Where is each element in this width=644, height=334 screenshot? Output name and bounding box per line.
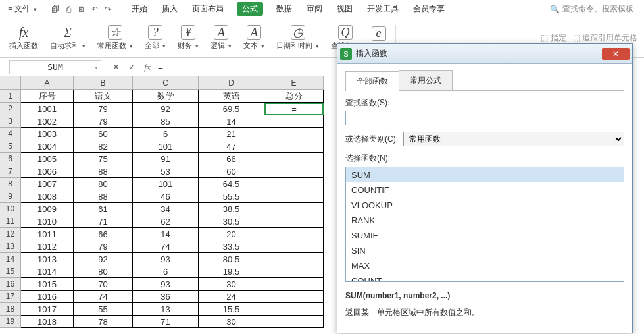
col-header[interactable]: E — [264, 76, 324, 90]
cell[interactable]: 1018 — [21, 316, 74, 328]
tab-all-functions[interactable]: 全部函数 — [345, 71, 399, 91]
ribbon-财务[interactable]: ¥财务 ▾ — [175, 25, 201, 51]
row-header[interactable]: 17 — [0, 291, 21, 303]
cell[interactable]: 1012 — [21, 240, 74, 253]
cell[interactable]: 92 — [74, 253, 133, 265]
row-header[interactable]: 5 — [0, 140, 21, 153]
cell[interactable]: 80.5 — [199, 253, 264, 265]
cell[interactable]: 93 — [133, 278, 199, 291]
cell[interactable]: 19.5 — [199, 265, 264, 278]
function-item-RANK[interactable]: RANK — [346, 213, 624, 228]
tab-视图[interactable]: 视图 — [335, 2, 354, 16]
cell[interactable]: 1010 — [21, 215, 74, 228]
cell[interactable] — [264, 253, 324, 265]
cell[interactable]: 1002 — [21, 115, 74, 128]
cell[interactable]: 21 — [199, 128, 264, 140]
cell[interactable]: 75 — [74, 153, 133, 165]
cell[interactable]: 46 — [133, 190, 199, 203]
ribbon-日期和时间[interactable]: ◷日期和时间 ▾ — [274, 25, 322, 51]
cell[interactable]: 13 — [133, 303, 199, 316]
cell[interactable]: 1003 — [21, 128, 74, 140]
row-header[interactable]: 9 — [0, 190, 21, 203]
cell[interactable] — [264, 203, 324, 215]
function-item-SUMIF[interactable]: SUMIF — [346, 228, 624, 243]
cell[interactable]: 1006 — [21, 165, 74, 178]
cell[interactable]: 66 — [74, 228, 133, 240]
row-header[interactable]: 13 — [0, 240, 21, 253]
cell[interactable]: 101 — [133, 178, 199, 190]
tab-审阅[interactable]: 审阅 — [305, 2, 324, 16]
cell[interactable]: 80 — [74, 265, 133, 278]
cell[interactable]: 74 — [74, 291, 133, 303]
function-item-VLOOKUP[interactable]: VLOOKUP — [346, 198, 624, 213]
function-item-COUNTIF[interactable]: COUNTIF — [346, 182, 624, 198]
cell[interactable]: 66 — [199, 153, 264, 165]
ribbon-逻辑[interactable]: A逻辑 ▾ — [208, 25, 234, 51]
tab-开发工具[interactable]: 开发工具 — [366, 2, 400, 16]
tab-common-formulas[interactable]: 常用公式 — [399, 70, 453, 90]
cell[interactable]: 语文 — [74, 90, 133, 103]
cell[interactable]: 69.5 — [199, 103, 264, 115]
cell[interactable]: 53 — [133, 165, 199, 178]
cell[interactable]: 1009 — [21, 203, 74, 215]
command-search[interactable]: 🔍 查找命令、搜索模板 — [550, 3, 633, 14]
cell[interactable]: 71 — [133, 316, 199, 328]
search-function-input[interactable] — [345, 111, 624, 125]
ribbon-文本[interactable]: A文本 ▾ — [241, 25, 267, 51]
cell[interactable]: 14 — [133, 228, 199, 240]
cell[interactable]: 62 — [133, 215, 199, 228]
tab-公式[interactable]: 公式 — [237, 2, 263, 16]
cell[interactable]: 74 — [133, 240, 199, 253]
cancel-icon[interactable]: ✕ — [111, 62, 121, 72]
row-header[interactable]: 6 — [0, 153, 21, 165]
preview-icon[interactable]: 🗎 — [76, 3, 87, 15]
row-header[interactable]: 7 — [0, 165, 21, 178]
cell[interactable] — [264, 291, 324, 303]
cell[interactable] — [264, 303, 324, 316]
cell[interactable]: 38.5 — [199, 203, 264, 215]
cell[interactable]: 93 — [133, 253, 199, 265]
cell[interactable]: 1008 — [21, 190, 74, 203]
col-header[interactable]: B — [74, 76, 133, 90]
cell[interactable] — [264, 228, 324, 240]
cell[interactable]: 1001 — [21, 103, 74, 115]
function-list[interactable]: SUMCOUNTIFVLOOKUPRANKSUMIFSINMAXCOUNT — [345, 167, 624, 282]
dialog-titlebar[interactable]: S 插入函数 ✕ — [337, 44, 632, 64]
cell[interactable]: 1013 — [21, 253, 74, 265]
cell[interactable] — [264, 128, 324, 140]
cell[interactable]: 80 — [74, 178, 133, 190]
cell[interactable] — [264, 265, 324, 278]
ribbon-自动求和[interactable]: Σ自动求和 ▾ — [47, 25, 88, 51]
save-icon[interactable]: 🗐 — [49, 3, 61, 15]
cell[interactable]: 序号 — [21, 90, 74, 103]
function-item-COUNT[interactable]: COUNT — [346, 273, 624, 282]
function-item-SUM[interactable]: SUM — [346, 167, 624, 182]
cell[interactable]: 88 — [74, 190, 133, 203]
file-menu[interactable]: ≡ 文件 ▾ — [4, 2, 41, 16]
row-header[interactable]: 3 — [0, 115, 21, 128]
cell[interactable]: 79 — [74, 240, 133, 253]
cell[interactable]: 55.5 — [199, 190, 264, 203]
cell[interactable]: 24 — [199, 291, 264, 303]
cell[interactable]: 36 — [133, 291, 199, 303]
row-header[interactable]: 16 — [0, 278, 21, 291]
cell[interactable] — [264, 115, 324, 128]
cell[interactable]: 33.5 — [199, 240, 264, 253]
cell[interactable]: 79 — [74, 103, 133, 115]
cell[interactable]: 英语 — [199, 90, 264, 103]
tab-插入[interactable]: 插入 — [161, 2, 179, 16]
row-header[interactable]: 15 — [0, 265, 21, 278]
cell[interactable]: 1017 — [21, 303, 74, 316]
row-header[interactable]: 10 — [0, 203, 21, 215]
cell[interactable]: 70 — [74, 278, 133, 291]
ribbon-全部[interactable]: ?全部 ▾ — [142, 25, 168, 51]
select-all-corner[interactable] — [0, 76, 21, 90]
cell[interactable]: 71 — [74, 215, 133, 228]
col-header[interactable]: A — [21, 76, 74, 90]
ribbon-right-追踪引用单元格[interactable]: ⬚ 追踪引用单元格 — [573, 32, 637, 43]
cell[interactable]: 78 — [74, 316, 133, 328]
col-header[interactable]: D — [199, 76, 264, 90]
ribbon-right-指定[interactable]: ⬚ 指定 — [541, 32, 566, 43]
row-header[interactable]: 12 — [0, 228, 21, 240]
cell[interactable]: 55 — [74, 303, 133, 316]
